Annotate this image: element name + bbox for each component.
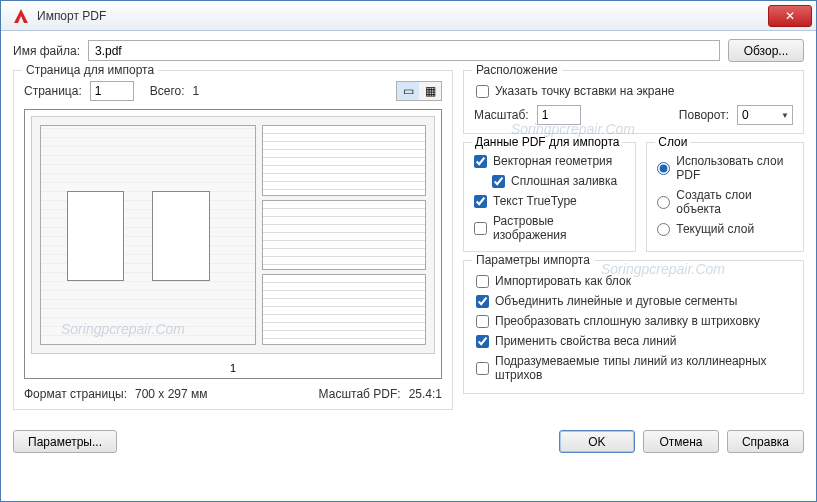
truetype-input[interactable]: [474, 195, 487, 208]
as-block-label: Импортировать как блок: [495, 274, 631, 288]
rotation-label: Поворот:: [679, 108, 729, 122]
browse-button[interactable]: Обзор...: [728, 39, 804, 62]
location-legend: Расположение: [472, 63, 562, 77]
import-params-group: Параметры импорта Импортировать как блок…: [463, 260, 804, 394]
grid-view-icon: ▦: [425, 84, 436, 98]
vector-input[interactable]: [474, 155, 487, 168]
total-label: Всего:: [150, 84, 185, 98]
titlebar: Импорт PDF ✕: [1, 1, 816, 31]
insert-point-input[interactable]: [476, 85, 489, 98]
file-name-input[interactable]: [88, 40, 720, 61]
lineweight-label: Применить свойства веса линий: [495, 334, 676, 348]
rotation-dropdown[interactable]: ▼: [737, 105, 793, 125]
dialog-footer: Параметры... OK Отмена Справка: [1, 426, 816, 463]
pdf-scale-label: Масштаб PDF:: [319, 387, 401, 401]
pdf-data-group: Данные PDF для импорта Векторная геометр…: [463, 142, 636, 252]
page-label: Страница:: [24, 84, 82, 98]
single-view-button[interactable]: ▭: [397, 82, 419, 100]
location-group: Расположение Указать точку вставки на эк…: [463, 70, 804, 134]
preview-image: [31, 116, 435, 354]
app-logo-icon: [11, 6, 31, 26]
cancel-button[interactable]: Отмена: [643, 430, 719, 453]
infer-linetype-checkbox[interactable]: Подразумеваемые типы линий из коллинеарн…: [474, 351, 793, 385]
insert-point-checkbox[interactable]: Указать точку вставки на экране: [474, 81, 793, 101]
current-layer-input[interactable]: [657, 223, 670, 236]
insert-point-label: Указать точку вставки на экране: [495, 84, 674, 98]
close-icon: ✕: [785, 9, 795, 23]
page-input[interactable]: [90, 81, 134, 101]
raster-label: Растровые изображения: [493, 214, 625, 242]
join-segments-input[interactable]: [476, 295, 489, 308]
vector-checkbox[interactable]: Векторная геометрия: [472, 151, 627, 171]
pdf-scale-value: 25.4:1: [409, 387, 442, 401]
page-format-label: Формат страницы:: [24, 387, 127, 401]
file-name-label: Имя файла:: [13, 44, 80, 58]
rotation-input[interactable]: [737, 105, 793, 125]
create-obj-layers-radio[interactable]: Создать слои объекта: [655, 185, 795, 219]
solid-checkbox[interactable]: Сплошная заливка: [490, 171, 627, 191]
scale-input[interactable]: [537, 105, 581, 125]
lineweight-input[interactable]: [476, 335, 489, 348]
raster-checkbox[interactable]: Растровые изображения: [472, 211, 627, 245]
scale-label: Масштаб:: [474, 108, 529, 122]
layers-legend: Слои: [655, 135, 690, 149]
lineweight-checkbox[interactable]: Применить свойства веса линий: [474, 331, 793, 351]
page-preview: 1: [24, 109, 442, 379]
single-view-icon: ▭: [403, 84, 414, 98]
current-layer-label: Текущий слой: [676, 222, 754, 236]
ok-button[interactable]: OK: [559, 430, 635, 453]
page-import-group: Страница для импорта Страница: Всего: 1 …: [13, 70, 453, 410]
truetype-checkbox[interactable]: Текст TrueType: [472, 191, 627, 211]
grid-view-button[interactable]: ▦: [419, 82, 441, 100]
create-obj-layers-label: Создать слои объекта: [676, 188, 793, 216]
page-import-legend: Страница для импорта: [22, 63, 158, 77]
help-button[interactable]: Справка: [727, 430, 804, 453]
preview-page-number: 1: [25, 360, 441, 378]
infer-linetype-label: Подразумеваемые типы линий из коллинеарн…: [495, 354, 791, 382]
as-block-input[interactable]: [476, 275, 489, 288]
pdf-data-legend: Данные PDF для импорта: [472, 135, 622, 149]
parameters-button[interactable]: Параметры...: [13, 430, 117, 453]
join-segments-checkbox[interactable]: Объединить линейные и дуговые сегменты: [474, 291, 793, 311]
close-button[interactable]: ✕: [768, 5, 812, 27]
raster-input[interactable]: [474, 222, 487, 235]
truetype-label: Текст TrueType: [493, 194, 577, 208]
as-block-checkbox[interactable]: Импортировать как блок: [474, 271, 793, 291]
window-title: Импорт PDF: [37, 9, 768, 23]
total-value: 1: [193, 84, 200, 98]
layers-group: Слои Использовать слои PDF Создать слои …: [646, 142, 804, 252]
convert-hatch-checkbox[interactable]: Преобразовать сплошную заливку в штрихов…: [474, 311, 793, 331]
page-format-value: 700 x 297 мм: [135, 387, 208, 401]
solid-label: Сплошная заливка: [511, 174, 617, 188]
use-pdf-layers-radio[interactable]: Использовать слои PDF: [655, 151, 795, 185]
vector-label: Векторная геометрия: [493, 154, 612, 168]
join-segments-label: Объединить линейные и дуговые сегменты: [495, 294, 737, 308]
use-pdf-layers-input[interactable]: [657, 162, 670, 175]
view-toggle: ▭ ▦: [396, 81, 442, 101]
current-layer-radio[interactable]: Текущий слой: [655, 219, 795, 239]
import-params-legend: Параметры импорта: [472, 253, 594, 267]
use-pdf-layers-label: Использовать слои PDF: [676, 154, 793, 182]
solid-input[interactable]: [492, 175, 505, 188]
convert-hatch-input[interactable]: [476, 315, 489, 328]
infer-linetype-input[interactable]: [476, 362, 489, 375]
convert-hatch-label: Преобразовать сплошную заливку в штрихов…: [495, 314, 760, 328]
create-obj-layers-input[interactable]: [657, 196, 670, 209]
